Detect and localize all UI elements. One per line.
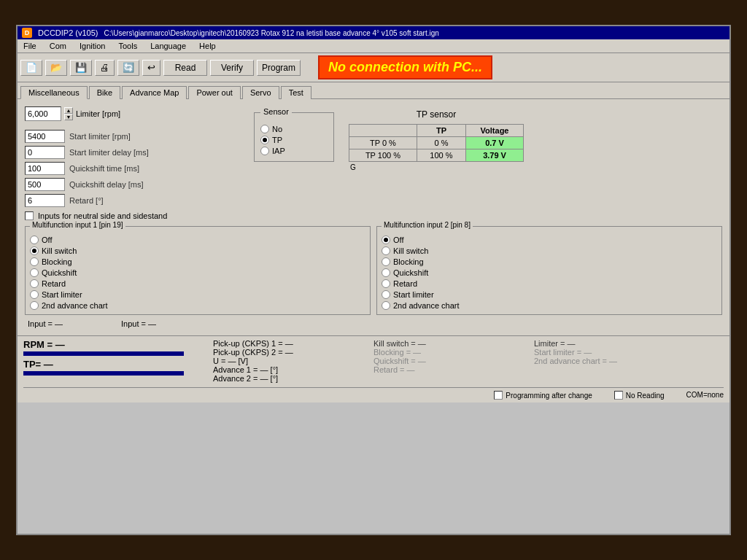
programming-checkbox[interactable] [494,391,503,400]
tab-test[interactable]: Test [281,86,311,99]
mf1-retard[interactable]: Retard [30,279,365,288]
tp-sensor-table: TP Voltage TP 0 % 0 % 0.7 V TP 100 % 100… [349,124,524,162]
tp-sensor-title: TP sensor [349,109,524,120]
mf2-killswitch[interactable]: Kill switch [382,246,717,255]
com-label: COM=none [686,391,724,400]
mf2-options: Off Kill switch Blocking Quickshift [382,236,717,310]
mf1-radio-2ndadvance[interactable] [30,301,39,310]
mf1-killswitch[interactable]: Kill switch [30,246,365,255]
tab-servo[interactable]: Servo [242,86,279,99]
retard-input[interactable] [25,194,65,207]
sensor-radio-tp[interactable] [260,136,269,144]
rpm-label: RPM = — [23,339,65,350]
mf2-off[interactable]: Off [382,236,717,244]
mf1-quickshift[interactable]: Quickshift [30,268,365,277]
limiter-up[interactable]: ▲ [64,107,73,114]
tp-row-0-tp: 0 % [417,137,465,149]
menu-file[interactable]: File [20,41,39,51]
quickshift-time-input[interactable] [25,162,65,175]
tb-open[interactable]: 📂 [45,60,67,76]
tb-undo[interactable]: ↩ [142,60,160,76]
mf1-blocking[interactable]: Blocking [30,257,365,266]
tb-refresh[interactable]: 🔄 [117,60,139,76]
menu-ignition[interactable]: Ignition [77,41,108,51]
retard-label: Retard [°] [69,196,104,205]
mf1-options: Off Kill switch Blocking Quickshift [30,236,365,310]
tab-bike[interactable]: Bike [89,86,120,99]
bottom-status: RPM = — TP= — Pick-up (CKPS) 1 = — Pick-… [18,335,729,402]
tab-miscellaneous[interactable]: Miscellaneous [20,86,88,99]
program-button[interactable]: Program [257,60,301,76]
mf2-blocking[interactable]: Blocking [382,257,717,266]
start-limiter-delay-label: Start limiter delay [ms] [69,148,149,157]
programming-label: Programming after change [506,392,592,400]
tb-save[interactable]: 💾 [70,60,92,76]
start-limiter-status: Start limiter = — [534,348,680,357]
quickshift-delay-input[interactable] [25,178,65,191]
mf1-radio-quickshift[interactable] [30,268,39,277]
input-status-row: Input = — Input = — [25,319,722,328]
mf2-quickshift[interactable]: Quickshift [382,268,717,277]
blocking-status: Blocking = — [374,348,519,357]
programming-section: Programming after change [494,391,592,400]
sensor-radio-no[interactable] [260,125,269,133]
menu-language[interactable]: Language [147,41,189,51]
mf2-radio-retard[interactable] [382,279,390,288]
mf1-radio-blocking[interactable] [30,257,39,266]
tp-row-0-label[interactable]: TP 0 % [349,137,417,149]
tp-row-100-label[interactable]: TP 100 % [349,149,417,162]
menu-com[interactable]: Com [47,41,69,51]
sensor-group: Sensor No TP IAP [254,112,334,162]
title-bar: D DCCDIP2 (v105) C:\Users\gianmarco\Desk… [18,26,729,39]
mf2-radio-off[interactable] [382,236,390,244]
start-limiter-input[interactable] [25,130,65,143]
sensor-radio-iap[interactable] [260,147,269,155]
mf1-radio-off[interactable] [30,236,39,244]
tp-row-100-voltage: 3.79 V [466,149,524,162]
menu-help[interactable]: Help [196,41,219,51]
mf1-radio-startlimiter[interactable] [30,290,39,299]
mf2-startlimiter[interactable]: Start limiter [382,290,717,299]
tp-col-voltage: Voltage [466,125,524,137]
no-reading-checkbox[interactable] [614,391,623,400]
menu-tools[interactable]: Tools [115,41,140,51]
tb-print[interactable]: 🖨 [95,60,115,76]
tp-bar [23,371,184,376]
neutral-checkbox-row: Inputs for neutral side and sidestand [25,211,722,220]
mf1-startlimiter[interactable]: Start limiter [30,290,365,299]
neutral-checkbox[interactable] [25,211,34,220]
mf1-2ndadvance[interactable]: 2nd advance chart [30,301,365,310]
sensor-no[interactable]: No [260,125,328,133]
mf1-radio-retard[interactable] [30,279,39,288]
no-reading-label: No Reading [626,392,665,400]
advance-chart-status: 2nd advance chart = — [534,357,680,365]
read-button[interactable]: Read [163,60,207,76]
mf2-radio-quickshift[interactable] [382,268,390,277]
limiter-down[interactable]: ▼ [64,114,73,120]
sensor-iap[interactable]: IAP [260,147,328,155]
sensor-title: Sensor [260,107,292,116]
kill-switch-status: Kill switch = — [374,339,519,348]
app-title: DCCDIP2 (v105) [38,28,98,37]
mf2-retard[interactable]: Retard [382,279,717,288]
mf2-radio-killswitch[interactable] [382,246,390,255]
tab-advance-map[interactable]: Advance Map [122,86,187,99]
tp-row-100-tp: 100 % [417,149,465,162]
mf1-radio-killswitch[interactable] [30,246,39,255]
mf1-off[interactable]: Off [30,236,365,244]
mf2-2ndadvance[interactable]: 2nd advance chart [382,301,717,310]
mf2-radio-blocking[interactable] [382,257,390,266]
advance1-status: Advance 1 = — [°] [213,365,359,374]
neutral-label: Inputs for neutral side and sidestand [38,211,167,220]
verify-button[interactable]: Verify [210,60,254,76]
mf2-radio-2ndadvance[interactable] [382,301,390,310]
tab-power-out[interactable]: Power out [188,86,241,99]
limiter-input[interactable] [25,106,61,121]
start-limiter-delay-input[interactable] [25,146,65,159]
tb-new[interactable]: 📄 [20,60,42,76]
sensor-tp[interactable]: TP [260,136,328,144]
mf1-title: Multifunction input 1 [pin 19] [30,221,125,229]
u-status: U = — [V] [213,357,359,365]
toolbar: 📄 📂 💾 🖨 🔄 ↩ Read Verify Program No conne… [18,53,729,82]
mf2-radio-startlimiter[interactable] [382,290,390,299]
